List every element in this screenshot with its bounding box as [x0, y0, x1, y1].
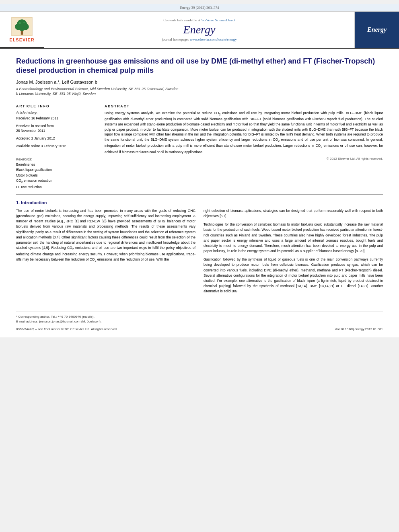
introduction-heading: 1. Introduction	[16, 200, 383, 205]
journal-header: ELSEVIER Contents lists available at Sci…	[0, 12, 399, 49]
intro-para-right-3: Gasification followed by the synthesis o…	[204, 257, 383, 294]
keyword-2: Black liquor gasification	[16, 167, 97, 173]
issn-text: 0360-5442/$ – see front matter © 2012 El…	[16, 327, 117, 331]
authors-text: Jonas M. Joelsson a,*, Leif Gustavsson b	[16, 80, 97, 84]
energy-logo-text: Energy	[367, 26, 387, 33]
homepage-label: journal homepage:	[162, 37, 189, 41]
energy-logo-box: Energy	[361, 16, 393, 44]
keyword-4: CO2 emission reduction	[16, 178, 97, 185]
article-body: Reductions in greenhouse gas emissions a…	[0, 49, 399, 305]
intro-para-1: The use of motor biofuels is increasing …	[16, 208, 195, 263]
keyword-1: Biorefineries	[16, 162, 97, 168]
abstract-column: ABSTRACT Using energy systems analysis, …	[105, 104, 383, 190]
article-info-column: ARTICLE INFO Article history: Received 1…	[16, 104, 97, 190]
received-date: Received 16 February 2011	[16, 116, 97, 121]
svg-point-5	[19, 25, 25, 31]
elsevier-logo-section: ELSEVIER	[0, 12, 44, 48]
elsevier-tree-icon	[11, 16, 33, 37]
intro-para-right-1: right selection of biomass aplications, …	[204, 208, 383, 219]
article-title: Reductions in greenhouse gas emissions a…	[16, 57, 383, 76]
keywords-title: Keywords:	[16, 157, 97, 161]
intro-col-left: The use of motor biofuels is increasing …	[16, 208, 195, 298]
article-footer: * Corresponding author. Tel.: +46 70 346…	[16, 312, 383, 337]
divider-2	[16, 194, 383, 195]
journal-title: Energy	[183, 24, 216, 36]
sciverse-link[interactable]: SciVerse ScienceDirect	[202, 18, 235, 22]
divider-keywords	[16, 153, 97, 153]
abstract-text: Using energy systems analysis, we examin…	[105, 111, 383, 155]
introduction-section: 1. Introduction The use of motor biofuel…	[16, 200, 383, 298]
energy-logo-section: Energy	[355, 12, 399, 48]
revised-label: Received in revised form 28 November 201…	[16, 123, 97, 134]
intro-col-right: right selection of biomass aplications, …	[204, 208, 383, 298]
journal-homepage: journal homepage: www.elsevier.com/locat…	[162, 37, 237, 41]
journal-center-section: Contents lists available at SciVerse Sci…	[44, 12, 355, 48]
elsevier-wordmark: ELSEVIER	[9, 37, 34, 42]
affiliation-b: b Linnaeus University, SE- 351 95 Växjö,…	[16, 92, 383, 96]
affiliation-a: a Ecotechnology and Environmental Scienc…	[16, 87, 383, 91]
sciverse-line: Contents lists available at SciVerse Sci…	[163, 18, 235, 22]
sciverse-label: Contents lists available at	[163, 18, 200, 22]
available-date: Available online 3 February 2012	[16, 144, 97, 149]
homepage-url[interactable]: www.elsevier.com/locate/energy	[190, 37, 237, 41]
copyright: © 2012 Elsevier Ltd. All rights reserved…	[105, 157, 383, 160]
article-info-abstract-section: ARTICLE INFO Article history: Received 1…	[16, 104, 383, 190]
footnote-email: E-mail address: joelsson.jonas@hotmail.c…	[16, 319, 383, 324]
footnote-star: * Corresponding author. Tel.: +46 70 346…	[16, 314, 383, 319]
abstract-heading: ABSTRACT	[105, 104, 383, 108]
footer-bottom: 0360-5442/$ – see front matter © 2012 El…	[16, 327, 383, 331]
doi-text: doi:10.1016/j.energy.2012.01.001	[335, 327, 383, 331]
divider-1	[16, 100, 383, 100]
introduction-columns: The use of motor biofuels is increasing …	[16, 208, 383, 298]
intro-para-right-2: Technologies for the conversion of cellu…	[204, 222, 383, 254]
top-banner: Energy 39 (2012) 363–374	[0, 4, 399, 12]
article-info-heading: ARTICLE INFO	[16, 104, 97, 108]
keywords-section: Keywords: Biorefineries Black liquor gas…	[16, 157, 97, 190]
svg-point-6	[19, 22, 21, 24]
history-label: Article history:	[16, 111, 97, 115]
page: Energy 39 (2012) 363–374	[0, 4, 399, 337]
authors: Jonas M. Joelsson a,*, Leif Gustavsson b	[16, 80, 383, 84]
svg-point-7	[23, 22, 25, 23]
accepted-date: Accepted 2 January 2012	[16, 136, 97, 141]
keyword-3: Motor biofuels	[16, 173, 97, 179]
keyword-5: Oil use reduction	[16, 185, 97, 190]
journal-reference: Energy 39 (2012) 363–374	[180, 6, 219, 10]
